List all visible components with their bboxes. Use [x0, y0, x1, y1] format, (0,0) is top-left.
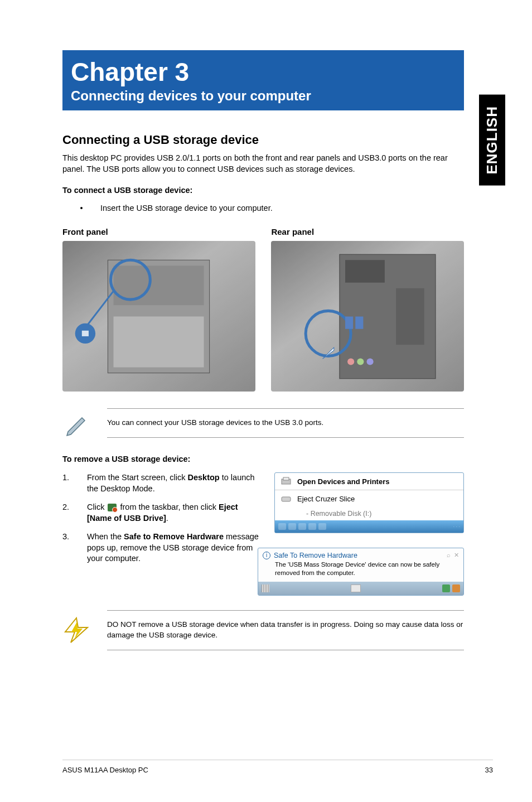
step-2: 2. Click from the taskbar, then click Ej… — [62, 502, 263, 524]
tray-usb-icon — [108, 504, 117, 511]
note-box: You can connect your USB storage devices… — [62, 408, 464, 438]
rear-panel-col: Rear panel — [271, 227, 464, 392]
remove-steps: 1. From the Start screen, click Desktop … — [62, 472, 263, 596]
popup-taskbar: · · · — [275, 520, 463, 533]
shield-icon — [442, 584, 450, 592]
front-panel-col: Front panel — [62, 227, 255, 392]
step-3: 3. When the Safe to Remove Hardware mess… — [62, 532, 263, 564]
step-text: Click from the taskbar, then click Eject… — [87, 502, 263, 524]
info-icon: i — [263, 552, 270, 559]
taskbar-right-icons — [442, 584, 460, 592]
flag-icon — [452, 584, 460, 592]
svg-rect-19 — [282, 497, 291, 501]
svg-point-12 — [366, 358, 373, 365]
svg-rect-9 — [396, 288, 424, 345]
svg-point-10 — [347, 358, 354, 365]
rear-panel-label: Rear panel — [271, 227, 464, 236]
note-text: You can connect your USB storage devices… — [107, 408, 464, 438]
step-text: When the Safe to Remove Hardware message… — [87, 532, 263, 564]
footer-page-number: 33 — [485, 766, 493, 774]
svg-rect-8 — [345, 260, 385, 283]
language-tab: ENGLISH — [479, 95, 505, 186]
eject-popup: Open Devices and Printers Eject Cruzer S… — [274, 472, 464, 533]
intro-paragraph: This desktop PC provides USB 2.0/1.1 por… — [62, 153, 464, 175]
notif-title-row: i Safe To Remove Hardware — [263, 552, 357, 559]
chapter-title: Chapter 3 — [71, 57, 456, 87]
svg-rect-18 — [283, 477, 289, 480]
screenshots-column: Open Devices and Printers Eject Cruzer S… — [274, 472, 464, 596]
connect-heading: To connect a USB storage device: — [62, 186, 493, 195]
footer-product: ASUS M11AA Desktop PC — [62, 766, 148, 774]
front-panel-illustration — [62, 241, 255, 392]
warning-text: DO NOT remove a USB storage device when … — [107, 610, 464, 650]
notif-taskbar — [258, 582, 463, 595]
popup-row-eject[interactable]: Eject Cruzer Slice — [275, 490, 463, 507]
close-icon[interactable]: ✕ — [454, 552, 459, 559]
step-1: 1. From the Start screen, click Desktop … — [62, 472, 263, 494]
step-number: 2. — [62, 502, 87, 524]
svg-rect-6 — [82, 330, 89, 336]
eject-cruzer-label: Eject Cruzer Slice — [297, 495, 355, 503]
notif-window-controls[interactable]: ⌕ ✕ — [447, 552, 459, 559]
svg-point-11 — [357, 358, 364, 365]
tray-left — [278, 523, 326, 530]
remove-section: 1. From the Start screen, click Desktop … — [62, 472, 464, 596]
notif-title: Safe To Remove Hardware — [274, 552, 357, 559]
bullet-marker: • — [62, 204, 100, 212]
safe-remove-notification: i Safe To Remove Hardware ⌕ ✕ The 'USB M… — [258, 548, 464, 596]
drive-icon — [280, 494, 292, 504]
printer-icon — [280, 476, 292, 486]
chapter-subtitle: Connecting devices to your computer — [71, 88, 456, 104]
popup-row-open-devices[interactable]: Open Devices and Printers — [275, 473, 463, 490]
svg-rect-2 — [114, 316, 204, 367]
section-title: Connecting a USB storage device — [62, 133, 493, 147]
connect-step-text: Insert the USB storage device to your co… — [100, 204, 273, 212]
keyboard-icon — [351, 584, 361, 592]
connect-step: • Insert the USB storage device to your … — [62, 204, 493, 212]
rear-panel-illustration — [271, 241, 464, 392]
chapter-header: Chapter 3 Connecting devices to your com… — [62, 50, 464, 110]
search-icon: ⌕ — [447, 552, 451, 559]
pencil-icon — [62, 409, 90, 437]
svg-rect-14 — [345, 316, 353, 328]
taskbar-time: · · · — [453, 524, 460, 529]
popup-removable-disk[interactable]: - Removable Disk (I:) — [275, 507, 463, 520]
open-devices-label: Open Devices and Printers — [297, 477, 389, 486]
notif-header: i Safe To Remove Hardware ⌕ ✕ — [258, 548, 463, 561]
taskbar-grab-icon — [262, 584, 269, 592]
step-number: 3. — [62, 532, 87, 564]
step-text: From the Start screen, click Desktop to … — [87, 472, 263, 494]
notif-body: The 'USB Mass Storage Device' device can… — [258, 561, 463, 582]
panels-row: Front panel Rear panel — [62, 227, 464, 392]
step-number: 1. — [62, 472, 87, 494]
front-panel-label: Front panel — [62, 227, 255, 236]
page-footer: ASUS M11AA Desktop PC 33 — [62, 760, 493, 774]
lightning-icon — [62, 616, 90, 644]
warning-box: DO NOT remove a USB storage device when … — [62, 610, 464, 650]
remove-heading: To remove a USB storage device: — [62, 455, 493, 463]
svg-rect-15 — [355, 316, 363, 328]
